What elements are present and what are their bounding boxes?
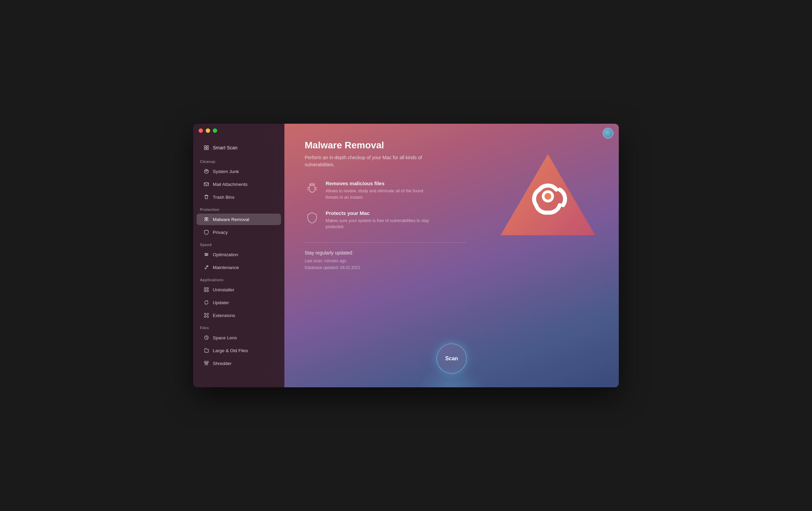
- feature-removes-text: Removes malicious files Allows to review…: [326, 180, 434, 201]
- feature-removes-desc: Allows to review, study and eliminate al…: [326, 188, 434, 201]
- svg-rect-15: [204, 288, 206, 289]
- content-area: Malware Removal Perform an in-depth chec…: [305, 140, 599, 374]
- uninstaller-label: Uninstaller: [213, 287, 234, 292]
- extensions-label: Extensions: [213, 313, 235, 318]
- sidebar-item-malware-removal[interactable]: Malware Removal: [197, 214, 281, 225]
- large-old-files-label: Large & Old Files: [213, 348, 248, 353]
- scan-button[interactable]: Scan: [436, 343, 467, 374]
- mail-attachments-label: Mail Attachments: [213, 182, 248, 187]
- sidebar-item-mail-attachments[interactable]: Mail Attachments: [197, 178, 281, 190]
- sidebar-item-maintenance[interactable]: Maintenance: [197, 262, 281, 273]
- main-content: Malware Removal Perform an in-depth chec…: [284, 124, 619, 387]
- svg-rect-3: [207, 148, 208, 150]
- svg-rect-0: [204, 146, 206, 147]
- svg-point-13: [206, 255, 207, 256]
- biohazard-icon: [203, 216, 209, 222]
- optimization-label: Optimization: [213, 252, 238, 257]
- traffic-lights: [199, 128, 217, 133]
- minimize-button[interactable]: [206, 128, 210, 133]
- feature-removes-title: Removes malicious files: [326, 180, 434, 186]
- uninstaller-icon: [203, 287, 209, 293]
- shield-icon: [305, 210, 320, 225]
- sidebar-item-system-junk[interactable]: System Junk: [197, 166, 281, 177]
- cleanup-section-label: Cleanup: [193, 155, 284, 165]
- space-lens-label: Space Lens: [213, 335, 237, 340]
- divider: [305, 242, 467, 243]
- last-scan-label: Last scan: minutes ago: [305, 258, 599, 264]
- system-junk-label: System Junk: [213, 169, 239, 174]
- sidebar-item-updater[interactable]: Updater: [197, 297, 281, 308]
- sidebar-item-large-old-files[interactable]: Large & Old Files: [197, 345, 281, 356]
- protection-section-label: Protection: [193, 203, 284, 213]
- scan-button-wrap: Scan: [436, 343, 467, 374]
- maximize-button[interactable]: [213, 128, 217, 133]
- space-lens-icon: [203, 335, 209, 341]
- svg-rect-1: [207, 146, 208, 147]
- updater-label: Updater: [213, 300, 229, 305]
- sidebar-item-extensions[interactable]: Extensions: [197, 310, 281, 321]
- db-updated-label: Database updated: 08.02.2021: [305, 264, 599, 271]
- svg-rect-2: [204, 148, 206, 150]
- svg-rect-19: [205, 314, 207, 316]
- features-list: Removes malicious files Allows to review…: [305, 180, 474, 230]
- sidebar-item-privacy[interactable]: Privacy: [197, 226, 281, 238]
- svg-rect-16: [207, 288, 209, 289]
- svg-rect-17: [204, 290, 206, 292]
- feature-removes-malicious: Removes malicious files Allows to review…: [305, 180, 474, 201]
- svg-rect-18: [207, 290, 209, 292]
- sidebar-item-optimization[interactable]: Optimization: [197, 249, 281, 260]
- maintenance-label: Maintenance: [213, 265, 239, 270]
- feature-protects-mac: Protects your Mac Makes sure your system…: [305, 210, 474, 230]
- svg-point-11: [205, 253, 206, 254]
- sidebar-item-trash-bins[interactable]: Trash Bins: [197, 191, 281, 203]
- stay-updated-title: Stay regularly updated:: [305, 250, 599, 256]
- speed-section-label: Speed: [193, 239, 284, 248]
- feature-protects-text: Protects your Mac Makes sure your system…: [326, 210, 434, 230]
- applications-section-label: Applications: [193, 274, 284, 283]
- maintenance-icon: [203, 264, 209, 270]
- trash-icon: [203, 194, 209, 200]
- sidebar-item-smart-scan[interactable]: Smart Scan: [197, 141, 281, 154]
- extensions-icon: [203, 312, 209, 318]
- feature-protects-desc: Makes sure your system is free of vulner…: [326, 218, 434, 230]
- privacy-icon: [203, 229, 209, 235]
- sidebar-item-shredder[interactable]: Shredder: [197, 358, 281, 369]
- system-junk-icon: [203, 168, 209, 174]
- smart-scan-label: Smart Scan: [213, 145, 237, 150]
- page-title: Malware Removal: [305, 140, 599, 151]
- large-old-files-icon: [203, 347, 209, 354]
- app-window: Smart Scan Cleanup System Junk Mail A: [193, 124, 619, 387]
- sidebar-item-space-lens[interactable]: Space Lens: [197, 332, 281, 343]
- svg-rect-6: [204, 183, 209, 186]
- titlebar: [193, 124, 619, 137]
- trash-bins-label: Trash Bins: [213, 195, 234, 200]
- svg-point-5: [206, 171, 207, 172]
- avatar[interactable]: [603, 128, 613, 139]
- mail-icon: [203, 181, 209, 187]
- optimization-icon: [203, 251, 209, 258]
- sidebar-item-uninstaller[interactable]: Uninstaller: [197, 284, 281, 295]
- bug-icon: [305, 180, 320, 195]
- svg-point-24: [309, 185, 315, 192]
- privacy-label: Privacy: [213, 230, 228, 235]
- malware-removal-label: Malware Removal: [213, 217, 249, 222]
- feature-protects-title: Protects your Mac: [326, 210, 434, 216]
- shredder-label: Shredder: [213, 361, 232, 366]
- updater-icon: [203, 299, 209, 306]
- svg-point-12: [207, 254, 208, 255]
- files-section-label: Files: [193, 322, 284, 331]
- shredder-icon: [203, 360, 209, 366]
- close-button[interactable]: [199, 128, 203, 133]
- stay-updated-section: Stay regularly updated: Last scan: minut…: [305, 250, 599, 271]
- sidebar: Smart Scan Cleanup System Junk Mail A: [193, 124, 284, 387]
- smart-scan-icon: [203, 145, 209, 151]
- page-subtitle: Perform an in-depth checkup of your Mac …: [305, 154, 433, 168]
